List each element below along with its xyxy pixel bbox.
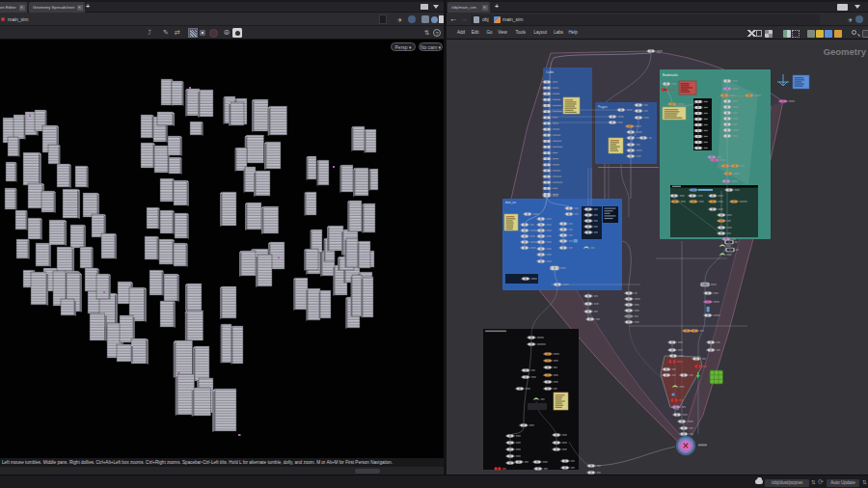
svg-text:Geometry: Geometry <box>824 46 867 57</box>
svg-text:dust_src: dust_src <box>505 201 517 204</box>
svg-text:Bookmarks: Bookmarks <box>663 73 678 77</box>
svg-text:Pages: Pages <box>598 105 608 109</box>
